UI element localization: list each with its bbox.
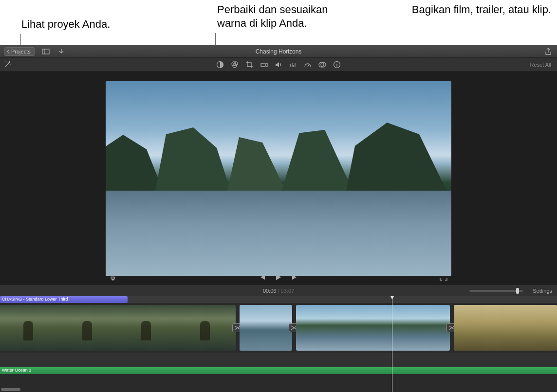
svg-rect-0 <box>42 49 49 54</box>
svg-point-2 <box>5 61 6 62</box>
skip-forward-icon <box>291 274 299 281</box>
filter-icon <box>318 61 326 69</box>
noise-reduction-button[interactable] <box>289 61 297 69</box>
app-window: Projects Chasing Horizons <box>0 45 557 392</box>
color-balance-button[interactable] <box>216 61 224 69</box>
svg-point-3 <box>10 64 11 65</box>
horizontal-scrollbar[interactable] <box>1 388 20 391</box>
speed-button[interactable] <box>304 61 312 69</box>
callout-share: Bagikan film, trailer, atau klip. <box>412 3 551 17</box>
adjust-toolbar: Reset All <box>0 58 557 71</box>
microphone-icon <box>110 274 116 282</box>
timecode-bar: 00:06 / 03:07 Settings <box>0 285 557 296</box>
stabilization-button[interactable] <box>260 61 268 69</box>
camera-icon <box>260 61 268 69</box>
reset-all-button[interactable]: Reset All <box>530 62 551 68</box>
skip-forward-button[interactable] <box>291 274 299 282</box>
viewer <box>0 71 557 285</box>
video-track <box>0 303 557 353</box>
equalizer-icon <box>289 61 297 69</box>
voiceover-button[interactable] <box>110 274 117 282</box>
volume-icon <box>275 61 282 69</box>
fullscreen-icon <box>440 274 447 281</box>
callout-projects: Lihat proyek Anda. <box>21 18 110 31</box>
crop-icon <box>245 61 253 69</box>
video-preview[interactable] <box>106 81 451 276</box>
play-button[interactable] <box>275 274 282 282</box>
speedometer-icon <box>304 61 312 69</box>
callout-color: Perbaiki dan sesuaikan warna di klip And… <box>217 3 339 30</box>
chevron-left-icon <box>6 49 10 54</box>
top-toolbar: Projects Chasing Horizons <box>0 45 557 58</box>
palette-icon <box>231 61 239 69</box>
playhead[interactable] <box>392 296 392 392</box>
projects-label: Projects <box>11 49 31 54</box>
audio-track: Water Ocean 1 <box>0 367 557 374</box>
color-correction-button[interactable] <box>231 61 239 69</box>
magic-wand-button[interactable] <box>4 60 13 69</box>
video-clip[interactable] <box>240 305 293 351</box>
timecode-display: 00:06 / 03:07 <box>263 288 294 294</box>
svg-line-13 <box>308 64 309 67</box>
zoom-slider[interactable] <box>469 290 523 292</box>
timeline[interactable]: CHASING - Standard Lower Third Water Oce… <box>0 296 557 392</box>
title-clip[interactable]: CHASING - Standard Lower Third <box>0 296 128 303</box>
total-duration: 03:07 <box>281 288 295 294</box>
info-icon <box>333 61 341 69</box>
skip-back-icon <box>258 274 266 281</box>
current-time: 00:06 <box>263 288 277 294</box>
svg-rect-8 <box>261 63 265 67</box>
timeline-settings-button[interactable]: Settings <box>533 288 552 294</box>
title-track: CHASING - Standard Lower Third <box>0 296 557 303</box>
video-clip[interactable] <box>0 305 236 351</box>
timeline-spacer <box>0 353 557 367</box>
svg-point-18 <box>336 62 337 63</box>
fullscreen-button[interactable] <box>440 274 447 282</box>
play-icon <box>275 274 281 281</box>
import-button[interactable] <box>56 48 66 55</box>
color-balance-icon <box>216 61 224 69</box>
library-icon <box>42 49 50 54</box>
audio-clip[interactable]: Water Ocean 1 <box>0 367 557 374</box>
library-button[interactable] <box>41 48 51 55</box>
clip-filter-button[interactable] <box>318 61 326 69</box>
svg-rect-19 <box>112 274 114 278</box>
share-button[interactable] <box>543 47 553 56</box>
info-button[interactable] <box>333 61 341 69</box>
project-title: Chasing Horizons <box>256 48 302 55</box>
magic-wand-icon <box>4 60 12 68</box>
playback-controls <box>258 274 299 282</box>
share-icon <box>545 48 552 55</box>
video-clip[interactable] <box>296 305 450 351</box>
zoom-handle[interactable] <box>516 288 519 294</box>
crop-button[interactable] <box>245 61 253 69</box>
projects-button[interactable]: Projects <box>4 47 35 56</box>
import-down-icon <box>58 48 64 55</box>
video-clip[interactable] <box>454 305 557 351</box>
volume-button[interactable] <box>275 61 282 69</box>
skip-back-button[interactable] <box>258 274 266 282</box>
